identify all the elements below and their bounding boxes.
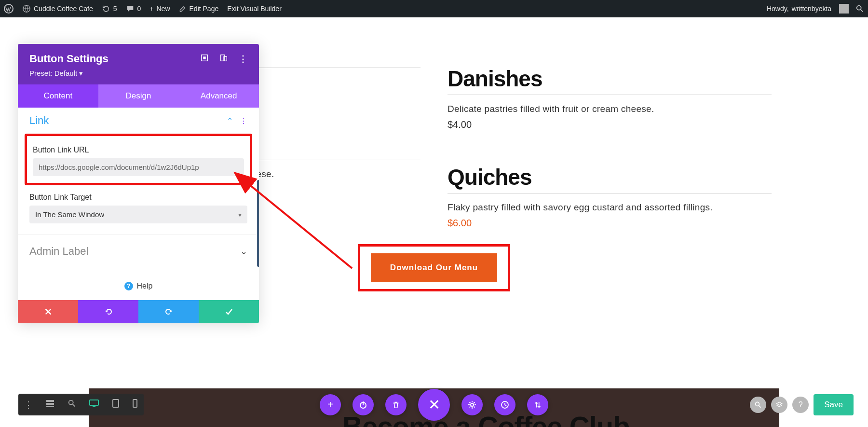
tab-advanced[interactable]: Advanced xyxy=(178,84,259,108)
panel-resize-handle[interactable] xyxy=(257,180,259,267)
layers-button[interactable] xyxy=(771,397,787,413)
menu-desc-quiches: Flaky pastry filled with savory egg cust… xyxy=(448,202,772,213)
menu-desc-danishes: Delicate pastries filled with fruit or c… xyxy=(448,104,772,114)
button-settings-panel: Button Settings ⋮ Preset: Default ▾ Cont… xyxy=(18,44,259,323)
exit-visual-builder-link[interactable]: Exit Visual Builder xyxy=(227,5,282,13)
help-text: Help xyxy=(137,282,153,290)
new-link[interactable]: + New xyxy=(149,5,170,13)
zoom-icon[interactable] xyxy=(66,397,78,412)
settings-panel-title: Button Settings xyxy=(29,53,108,65)
help-button[interactable]: ? xyxy=(792,397,809,413)
redo-button[interactable] xyxy=(138,300,199,323)
history-button[interactable] xyxy=(494,394,515,415)
section-more-icon[interactable]: ⋮ xyxy=(240,116,247,125)
undo-icon xyxy=(104,307,113,317)
menu-price-quiches: $6.00 xyxy=(448,218,772,229)
chevron-up-icon[interactable]: ⌃ xyxy=(227,116,233,125)
search-icon[interactable] xyxy=(855,4,864,13)
revisions-link[interactable]: 5 xyxy=(102,4,117,13)
question-icon: ? xyxy=(799,400,803,409)
link-section-title[interactable]: Link xyxy=(29,114,49,127)
phone-view-icon[interactable] xyxy=(130,397,140,413)
desktop-view-icon[interactable] xyxy=(87,397,101,413)
trash-icon xyxy=(392,400,400,409)
plus-icon: + xyxy=(149,5,153,13)
settings-panel-footer xyxy=(18,300,259,323)
undo-button[interactable] xyxy=(78,300,138,323)
button-link-url-label: Button Link URL xyxy=(33,146,244,154)
svg-rect-10 xyxy=(46,403,54,405)
builder-center-controls: + ✕ xyxy=(320,389,548,421)
layers-icon xyxy=(775,401,783,409)
wireframe-view-icon[interactable] xyxy=(43,397,57,413)
sort-button[interactable] xyxy=(527,394,548,415)
gear-icon xyxy=(467,400,477,410)
clock-icon xyxy=(500,400,510,410)
responsive-icon[interactable] xyxy=(219,54,228,65)
edit-page-link[interactable]: Edit Page xyxy=(179,5,219,13)
howdy-prefix: Howdy, xyxy=(767,5,789,13)
annotation-highlight-1: Button Link URL xyxy=(25,134,252,185)
download-menu-button[interactable]: Download Our Menu xyxy=(371,253,497,282)
close-builder-button[interactable]: ✕ xyxy=(418,389,450,421)
more-icon[interactable]: ⋮ xyxy=(239,54,247,64)
svg-rect-6 xyxy=(224,56,227,61)
annotation-highlight-2: Download Our Menu xyxy=(358,244,510,291)
avatar xyxy=(839,4,849,14)
tab-content[interactable]: Content xyxy=(18,84,98,108)
builder-right-controls: ? Save xyxy=(750,394,854,415)
new-text: New xyxy=(157,5,170,13)
settings-tabs: Content Design Advanced xyxy=(18,84,259,108)
site-name-text: Cuddle Coffee Cafe xyxy=(34,5,93,13)
svg-rect-13 xyxy=(90,400,98,405)
trash-button[interactable] xyxy=(385,394,407,415)
confirm-button[interactable] xyxy=(199,300,259,323)
preset-dropdown[interactable]: Preset: Default ▾ xyxy=(29,69,247,78)
builder-more-icon[interactable]: ⋮ xyxy=(22,398,35,412)
svg-rect-11 xyxy=(46,406,54,407)
close-icon xyxy=(44,307,53,316)
wp-admin-bar: Cuddle Coffee Cafe 5 0 + New Edit Page E… xyxy=(0,0,868,17)
edit-page-text: Edit Page xyxy=(190,5,219,13)
divider xyxy=(448,193,772,193)
power-icon xyxy=(358,400,368,410)
wp-logo-icon[interactable] xyxy=(4,4,14,14)
tab-design[interactable]: Design xyxy=(98,84,179,108)
howdy-link[interactable]: Howdy, writtenbyekta xyxy=(767,4,849,14)
button-link-url-input[interactable] xyxy=(33,158,244,176)
comments-link[interactable]: 0 xyxy=(126,4,141,13)
power-button[interactable] xyxy=(353,394,374,415)
tablet-view-icon[interactable] xyxy=(110,397,122,413)
button-link-target-select[interactable]: In The Same Window xyxy=(29,206,247,223)
svg-rect-9 xyxy=(46,400,54,402)
svg-point-17 xyxy=(471,403,474,406)
expand-icon[interactable] xyxy=(200,54,209,65)
admin-label-section[interactable]: Admin Label ⌄ xyxy=(18,234,259,268)
page-settings-button[interactable] xyxy=(461,394,483,415)
svg-point-12 xyxy=(69,400,73,405)
save-button[interactable]: Save xyxy=(814,394,854,415)
find-button[interactable] xyxy=(750,397,766,413)
site-name-link[interactable]: Cuddle Coffee Cafe xyxy=(22,4,93,13)
cancel-button[interactable] xyxy=(18,300,78,323)
svg-point-2 xyxy=(857,6,861,10)
plus-icon: + xyxy=(327,399,333,410)
help-link[interactable]: ? Help xyxy=(18,268,259,300)
check-icon xyxy=(224,307,234,317)
svg-rect-15 xyxy=(133,399,137,407)
menu-price-danishes: $4.00 xyxy=(448,119,772,130)
help-icon: ? xyxy=(124,282,133,290)
admin-label-text: Admin Label xyxy=(29,245,88,258)
howdy-user: writtenbyekta xyxy=(792,5,831,13)
search-icon xyxy=(754,401,762,409)
comments-count: 0 xyxy=(137,5,141,13)
settings-panel-header[interactable]: Button Settings ⋮ Preset: Default ▾ xyxy=(18,44,259,84)
chevron-down-icon: ⌄ xyxy=(240,246,247,257)
add-section-button[interactable]: + xyxy=(320,394,341,415)
svg-rect-14 xyxy=(113,399,119,407)
button-link-target-label: Button Link Target xyxy=(29,193,247,202)
divider xyxy=(448,95,772,95)
builder-view-switcher: ⋮ xyxy=(18,394,144,415)
sort-icon xyxy=(533,400,542,409)
menu-heading-quiches: Quiches xyxy=(448,164,772,190)
